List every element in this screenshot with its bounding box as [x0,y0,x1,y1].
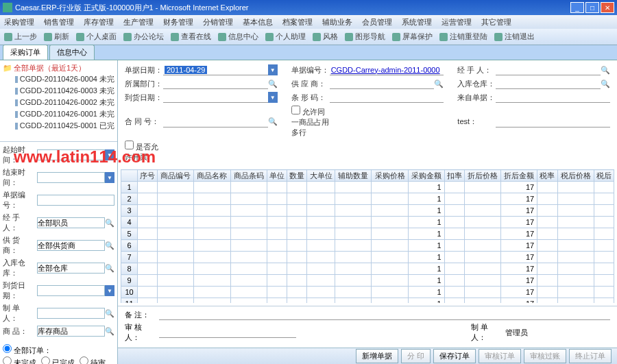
column-header[interactable]: 大单位 [307,170,335,182]
menu-item[interactable]: 生产管理 [123,17,154,27]
tree-item[interactable]: CGDD-20110426-0001 未完 [3,108,114,120]
detail-grid[interactable]: 序号商品编号商品名称商品条码单位数量大单位辅助数量采购价格采购金额扣率折后价格折… [121,169,614,303]
radio-all[interactable]: 全部订单： [3,346,51,354]
search-icon[interactable]: 🔍 [105,326,114,337]
column-header[interactable]: 税后 [594,170,614,182]
toolbar-button[interactable]: 注销重登陆 [439,32,487,42]
column-header[interactable]: 序号 [138,170,158,182]
column-header[interactable]: 辅助数量 [335,170,372,182]
column-header[interactable]: 税后价格 [557,170,594,182]
menu-item[interactable]: 系统管理 [402,17,432,27]
add-button[interactable]: 新增单据 [356,349,398,363]
column-header[interactable]: 商品条码 [230,170,267,182]
column-header[interactable]: 折后价格 [465,170,501,182]
search-icon[interactable]: 🔍 [268,78,278,89]
column-header[interactable]: 采购金额 [408,170,444,182]
menu-item[interactable]: 分销管理 [203,17,233,27]
table-row[interactable]: 10117 [121,287,614,298]
search-icon[interactable]: 🔍 [434,78,444,89]
table-row[interactable]: 6117 [121,240,614,252]
auditor-input[interactable] [159,327,296,338]
stop-button[interactable]: 终止订单 [569,349,612,363]
table-row[interactable]: 5117 [121,228,614,240]
end-input[interactable] [37,172,105,183]
split-button[interactable]: 分 印 [401,349,431,363]
column-header[interactable]: 采购价格 [372,170,408,182]
toolbar-button[interactable]: 个人桌面 [76,32,117,42]
filter-panel: 起始时间：▼结束时间：▼单据编号：经 手 人：🔍供 货 商：🔍入库仓库：🔍到货日… [0,141,117,341]
dropdown-icon[interactable]: ▼ [268,92,278,103]
maker-input[interactable] [37,308,105,319]
search-icon[interactable]: 🔍 [105,240,114,251]
table-row[interactable]: 8117 [121,263,614,275]
auditgo-button[interactable]: 审核过账 [524,349,566,363]
save-button[interactable]: 保存订单 [433,349,476,363]
close-button[interactable]: ✕ [601,2,614,13]
dropdown-icon[interactable]: ▼ [105,172,114,183]
toolbar-button[interactable]: 信息中心 [218,32,258,42]
menu-item[interactable]: 其它管理 [481,17,511,27]
supplier-input[interactable] [37,240,105,251]
grid-wrap[interactable]: 序号商品编号商品名称商品条码单位数量大单位辅助数量采购价格采购金额扣率折后价格折… [121,169,614,303]
toolbar-button[interactable]: 刷新 [44,32,69,42]
search-icon[interactable]: 🔍 [105,308,114,319]
table-row[interactable]: 9117 [121,275,614,287]
table-row[interactable]: 2117 [121,193,614,205]
tab[interactable]: 采购订单 [3,45,48,60]
tree-root[interactable]: 📁 全部单据（最近1天） [3,63,114,73]
radio-finish[interactable]: 已完成 [41,359,75,364]
handler-input[interactable] [37,217,105,228]
search-icon[interactable]: 🔍 [105,263,114,274]
table-row[interactable]: 4117 [121,217,614,228]
dropdown-icon[interactable]: ▼ [268,64,278,75]
remark-input[interactable] [159,309,610,320]
radio-unfinish[interactable]: 未完成 [3,359,36,364]
arrive-input[interactable] [37,285,105,296]
menu-item[interactable]: 基本信息 [243,17,273,27]
menu-item[interactable]: 销售管理 [44,17,74,27]
column-header[interactable]: 单位 [267,170,287,182]
maximize-button[interactable]: □ [585,2,599,13]
toolbar-button[interactable]: 屏幕保护 [392,32,433,42]
toolbar-button[interactable]: 办公论坛 [123,32,164,42]
search-icon[interactable]: 🔍 [105,217,114,228]
search-icon[interactable]: 🔍 [601,64,610,75]
column-header[interactable]: 商品编号 [158,170,194,182]
minimize-button[interactable]: _ [570,2,584,13]
table-row[interactable]: 7117 [121,252,614,263]
tree-item[interactable]: CGDD-20110426-0004 未完 [3,73,114,85]
menu-item[interactable]: 财务管理 [163,17,193,27]
audit-button[interactable]: 审核订单 [479,349,521,363]
column-header[interactable]: 商品名称 [194,170,230,182]
tree-item[interactable]: CGDD-20110426-0002 未完 [3,97,114,108]
window-titlebar: Caesar.ERP-行业版 正式版-100000用户1 - Microsoft… [0,0,617,15]
toolbar-button[interactable]: 上一步 [4,32,37,42]
table-row[interactable]: 11117 [121,298,614,304]
table-row[interactable]: 3117 [121,205,614,217]
column-header[interactable]: 数量 [287,170,306,182]
menu-item[interactable]: 会员管理 [362,17,392,27]
menu-item[interactable]: 采购管理 [4,17,34,27]
search-icon[interactable]: 🔍 [268,117,278,128]
column-header[interactable]: 扣率 [444,170,464,182]
store-input[interactable] [37,263,105,274]
column-header[interactable]: 折后金额 [501,170,537,182]
toolbar-button[interactable]: 风格 [313,32,338,42]
menu-item[interactable]: 辅助业务 [322,17,352,27]
menu-item[interactable]: 库存管理 [84,17,114,27]
tree-item[interactable]: CGDD-20110425-0001 已完 [3,120,114,132]
search-icon[interactable]: 🔍 [601,78,610,89]
column-header[interactable]: 税率 [537,170,557,182]
tab[interactable]: 信息中心 [49,45,95,60]
toolbar-button[interactable]: 查看在线 [171,32,211,42]
goods-input[interactable] [37,326,105,337]
table-row[interactable]: 1117 [121,182,614,193]
menu-item[interactable]: 档案管理 [282,17,313,27]
toolbar-button[interactable]: 个人助理 [265,32,306,42]
billno-input[interactable] [37,195,114,206]
menu-item[interactable]: 运营管理 [441,17,472,27]
tree-item[interactable]: CGDD-20110426-0003 未完 [3,85,114,97]
toolbar-button[interactable]: 注销退出 [494,32,535,42]
toolbar-button[interactable]: 图形导航 [345,32,385,42]
dropdown-icon[interactable]: ▼ [105,285,114,296]
